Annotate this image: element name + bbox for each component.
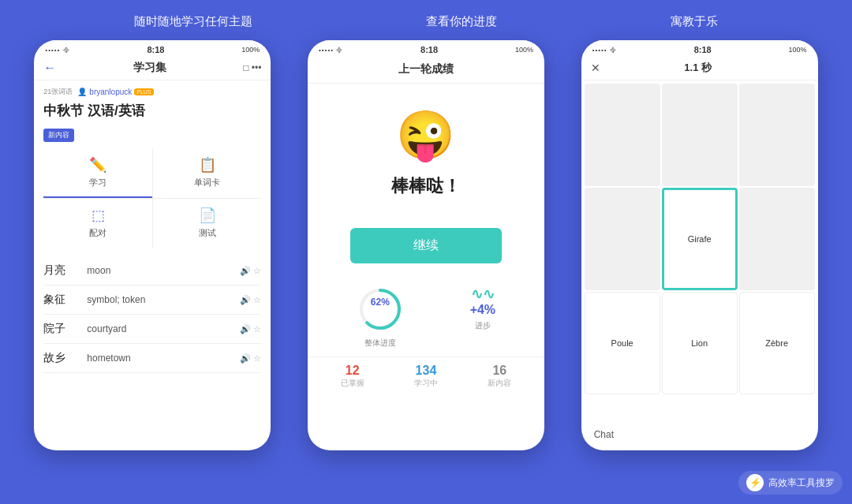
chat-label: Chat (588, 427, 620, 442)
match-icon: ⬚ (92, 207, 105, 224)
new-badge: 新内容 (43, 129, 74, 142)
progress-ring-svg (357, 286, 404, 333)
word-zh-1: 月亮 (43, 263, 87, 278)
grid-item-match[interactable]: ⬚ 配对 (43, 199, 152, 248)
animal-cell-wildcat[interactable] (739, 188, 815, 290)
battery-2: 100% (515, 46, 533, 54)
emoji-area: 😜 棒棒哒！ (308, 84, 544, 214)
word-en-2: symbol; token (87, 294, 240, 305)
heading-right: 寓教于乐 (671, 14, 718, 29)
set-title: 中秋节 汉语/英语 (34, 100, 271, 126)
poule-label: Poule (611, 338, 633, 348)
animal-cell-zebra[interactable] (585, 188, 660, 290)
status-bar-3: ••••• 令 8:18 100% (581, 40, 818, 58)
stat-progress: 62% 整体进度 (357, 286, 404, 349)
signal-dots-1: ••••• 令 (45, 46, 69, 54)
animal-cell-giraffe-text[interactable]: Girafe (662, 188, 738, 290)
mastered-label: 已掌握 (341, 378, 364, 389)
stat-improvement: ∿∿ +4% 进步 (470, 286, 495, 349)
grid-item-flashcard[interactable]: 📋 单词卡 (153, 148, 262, 198)
grid-label-flashcard: 单词卡 (194, 177, 220, 189)
signal-dots-3: ••••• 令 (592, 46, 617, 54)
animal-cell-zebre-text[interactable]: Zèbre (739, 292, 815, 394)
wave-icon: ∿∿ (471, 286, 495, 303)
plus-badge: PLUS (134, 88, 153, 95)
word-actions-2[interactable]: 🔊 ☆ (240, 295, 261, 305)
stats-row: 62% 整体进度 ∿∿ +4% 进步 (308, 278, 544, 357)
signal-dots-2: ••••• 令 (319, 46, 343, 54)
bottom-counts: 12 已掌握 134 学习中 16 新内容 (308, 357, 544, 389)
battery-3: 100% (789, 46, 807, 54)
word-actions-3[interactable]: 🔊 ☆ (240, 324, 261, 334)
back-button-1[interactable]: ← (43, 61, 56, 75)
status-bar-1: ••••• 令 8:18 100% (34, 40, 271, 58)
nav-bar-2: 上一轮成绩 (308, 58, 544, 84)
animal-cell-flower[interactable] (662, 84, 738, 186)
nav-bar-3: ✕ 1.1 秒 (581, 58, 818, 80)
word-row: 象征 symbol; token 🔊 ☆ (43, 286, 261, 315)
count-learning: 134 学习中 (414, 364, 438, 389)
new-num: 16 (492, 364, 506, 378)
nav-icons-1[interactable]: □ ••• (243, 62, 261, 73)
grid-label-match: 配对 (89, 227, 106, 239)
word-actions-4[interactable]: 🔊 ☆ (240, 353, 261, 364)
time-2: 8:18 (420, 45, 438, 54)
watermark-text: 高效率工具搜罗 (768, 476, 835, 490)
phones-container: ••••• 令 8:18 100% ← 学习集 □ ••• 21张词语 👤 br… (0, 40, 852, 450)
test-icon: 📄 (199, 207, 216, 224)
word-zh-2: 象征 (43, 293, 87, 307)
grid-item-test[interactable]: 📄 测试 (153, 199, 262, 248)
watermark-icon: ⚡ (746, 474, 764, 491)
study-icon: ✏️ (89, 156, 106, 174)
progress-label: 整体进度 (364, 338, 396, 349)
nav-bar-1: ← 学习集 □ ••• (34, 58, 271, 80)
word-row: 院子 courtyard 🔊 ☆ (43, 315, 261, 344)
time-1: 8:18 (147, 45, 164, 54)
word-list: 月亮 moon 🔊 ☆ 象征 symbol; token 🔊 ☆ 院子 cour… (34, 256, 271, 373)
grid-item-study[interactable]: ✏️ 学习 (43, 148, 152, 198)
heading-center: 查看你的进度 (426, 14, 497, 29)
word-en-1: moon (87, 265, 240, 276)
bravo-text: 棒棒哒！ (391, 174, 461, 198)
mastered-num: 12 (346, 364, 360, 378)
improvement-label: 进步 (475, 320, 491, 331)
animal-cell-poule-text[interactable]: Poule (585, 292, 660, 394)
status-bar-2: ••••• 令 8:18 100% (308, 40, 544, 58)
close-button-3[interactable]: ✕ (591, 62, 600, 74)
word-en-3: courtyard (87, 323, 240, 334)
word-zh-3: 院子 (43, 322, 87, 336)
word-count: 21张词语 (43, 87, 73, 97)
word-actions-1[interactable]: 🔊 ☆ (240, 266, 261, 276)
animal-cell-lion-text[interactable]: Lion (662, 292, 738, 394)
grid-label-study: 学习 (89, 177, 106, 189)
grid-label-test: 测试 (199, 227, 216, 239)
animal-cell-rooster[interactable] (585, 84, 660, 186)
battery-1: 100% (241, 46, 260, 54)
nav-title-1: 学习集 (133, 61, 166, 75)
word-row: 月亮 moon 🔊 ☆ (43, 256, 261, 286)
word-row: 故乡 hometown 🔊 ☆ (43, 344, 261, 373)
timer-display: 1.1 秒 (684, 61, 712, 75)
username: 👤 bryanlopuck PLUS (77, 88, 153, 96)
learning-num: 134 (416, 364, 437, 378)
flashcard-icon: 📋 (199, 156, 216, 174)
word-en-4: hometown (87, 353, 240, 364)
giraffe-label: Girafe (688, 234, 712, 244)
continue-button[interactable]: 继续 (350, 228, 502, 263)
phone-1: ••••• 令 8:18 100% ← 学习集 □ ••• 21张词语 👤 br… (34, 40, 271, 450)
animal-cell-bee[interactable] (739, 84, 815, 186)
new-label: 新内容 (488, 378, 511, 389)
count-mastered: 12 已掌握 (341, 364, 364, 389)
function-grid: ✏️ 学习 📋 单词卡 ⬚ 配对 📄 测试 (43, 148, 261, 248)
phone-3: ••••• 令 8:18 100% ✕ 1.1 秒 Girafe Poule (581, 40, 818, 450)
animal-grid: Girafe Poule Lion Zèbre (581, 80, 818, 398)
zebre-label: Zèbre (765, 338, 788, 348)
lion-label: Lion (691, 338, 708, 348)
count-new: 16 新内容 (488, 364, 511, 389)
learning-label: 学习中 (414, 378, 438, 389)
top-headings: 随时随地学习任何主题 查看你的进度 寓教于乐 (0, 0, 852, 40)
heading-left: 随时随地学习任何主题 (134, 14, 252, 29)
result-emoji: 😜 (396, 107, 455, 163)
user-info: 21张词语 👤 bryanlopuck PLUS (34, 80, 271, 100)
watermark: ⚡ 高效率工具搜罗 (738, 471, 843, 495)
